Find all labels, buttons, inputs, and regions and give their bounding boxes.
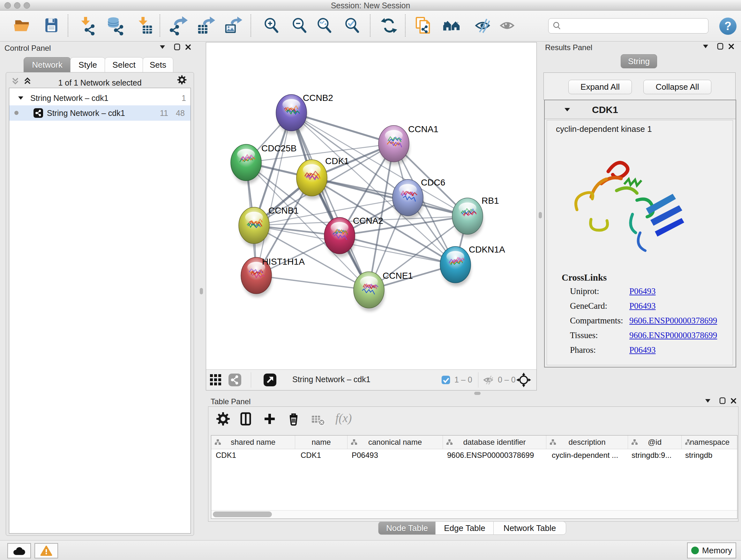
column-header-namespace[interactable]: namespace [681, 435, 738, 449]
bottom-splitter-handle[interactable] [474, 392, 481, 395]
network-node-CDKN1A[interactable]: CDKN1A [440, 245, 505, 286]
results-panel-maximize-button[interactable] [716, 42, 725, 51]
tree-icon [446, 439, 453, 445]
memory-button[interactable]: Memory [687, 543, 736, 558]
cloud-status-button[interactable] [7, 543, 31, 558]
help-button[interactable]: ? [719, 17, 737, 35]
tab-network[interactable]: Network [23, 57, 71, 73]
control-panel-maximize-button[interactable] [172, 43, 182, 51]
delete-table-button[interactable] [311, 414, 325, 428]
status-bar: Memory [0, 540, 741, 560]
results-panel-float-button[interactable] [701, 42, 711, 51]
protein-header[interactable]: CDK1 [545, 100, 736, 119]
network-node-CDC25B[interactable]: CDC25B [231, 143, 296, 184]
network-node-HIST1H1A[interactable]: HIST1H1A [241, 257, 305, 297]
import-table-from-file-button[interactable] [134, 15, 155, 36]
network-node-CCNE1[interactable]: CCNE1 [354, 271, 413, 311]
save-session-button[interactable] [41, 15, 62, 36]
zoom-out-button[interactable] [289, 15, 310, 36]
expand-all-button[interactable]: Expand All [568, 80, 632, 94]
table-panel-float-button[interactable] [703, 396, 713, 405]
tab-edge-table[interactable]: Edge Table [435, 521, 494, 535]
collapse-all-button[interactable]: Collapse All [643, 80, 711, 94]
network-node-CCNB2[interactable]: CCNB2 [276, 93, 333, 134]
column-header-id[interactable]: @id [628, 435, 681, 449]
zoom-in-button[interactable] [261, 15, 282, 36]
column-header-description[interactable]: description [546, 435, 628, 449]
network-node-CDK1[interactable]: CDK1 [296, 156, 349, 199]
add-column-button[interactable] [263, 412, 277, 427]
function-builder-button[interactable]: f(x) [335, 411, 352, 425]
cell-canonical-name[interactable]: P06493 [347, 449, 443, 462]
cell-shared-name[interactable]: CDK1 [211, 449, 295, 462]
cloud-icon [12, 546, 26, 556]
tab-sets[interactable]: Sets [143, 57, 173, 73]
tab-network-table[interactable]: Network Table [493, 521, 566, 535]
hide-items-button[interactable] [473, 15, 494, 36]
fit-content-button[interactable] [314, 15, 335, 36]
table-panel-maximize-button[interactable] [718, 396, 727, 405]
crosslink-tissues-link[interactable]: 9606.ENSP00000378699 [629, 330, 717, 340]
network-row-selected[interactable]: String Network – cdk1 11 48 [9, 105, 191, 121]
warnings-button[interactable] [35, 543, 58, 558]
crosslink-label: Tissues: [570, 330, 598, 340]
crosslink-genecard-link[interactable]: P06493 [629, 301, 656, 311]
table-header-row: shared name name canonical name database… [211, 435, 737, 449]
network-edge[interactable] [256, 275, 369, 290]
table-options-button[interactable] [216, 412, 230, 427]
cell-name[interactable]: CDK1 [295, 449, 347, 462]
show-items-button[interactable] [497, 15, 518, 36]
tab-select[interactable]: Select [105, 57, 143, 73]
network-canvas[interactable]: CCNB2CCNA1CDC25BCDK1CDC6RB1CCNB1CCNA2CDK… [206, 43, 536, 370]
control-panel-close-button[interactable] [183, 43, 193, 51]
hidden-items-indicator[interactable] [482, 374, 495, 387]
export-network-button[interactable] [169, 15, 190, 36]
left-splitter-handle[interactable] [200, 288, 203, 294]
export-table-button[interactable] [196, 15, 217, 36]
open-session-button[interactable] [11, 15, 32, 36]
network-options-button[interactable] [177, 76, 187, 84]
tab-node-table[interactable]: Node Table [378, 521, 436, 535]
tree-icon [685, 439, 691, 445]
houses-button[interactable] [441, 15, 462, 36]
crosslink-compartments-link[interactable]: 9606.ENSP00000378699 [629, 316, 717, 326]
control-panel-float-button[interactable] [158, 43, 167, 51]
cell-namespace[interactable]: stringdb [681, 449, 738, 462]
selected-items-checkbox[interactable] [441, 375, 451, 386]
open-in-new-window-button[interactable] [263, 373, 277, 388]
cell-description[interactable]: cyclin-dependent ... [546, 449, 628, 462]
birdseye-view-button[interactable] [209, 373, 223, 388]
network-node-CCNA2[interactable]: CCNA2 [324, 216, 383, 257]
tab-string[interactable]: String [621, 54, 657, 68]
copy-network-button[interactable] [412, 15, 433, 36]
column-header-database-identifier[interactable]: database identifier [443, 435, 546, 449]
cell-id[interactable]: stringdb:9... [628, 449, 681, 462]
cell-database-identifier[interactable]: 9606.ENSP00000378699 [443, 449, 546, 462]
import-network-from-file-button[interactable] [77, 15, 98, 36]
crosslink-uniprot-link[interactable]: P06493 [629, 287, 656, 296]
refresh-view-button[interactable] [379, 15, 400, 36]
column-header-canonical-name[interactable]: canonical name [347, 435, 443, 449]
scrollbar-thumb[interactable] [213, 511, 272, 517]
network-list: String Network – cdk1 1 String Network –… [9, 88, 191, 534]
network-node-RB1[interactable]: RB1 [452, 196, 499, 238]
delete-column-button[interactable] [286, 412, 300, 427]
zoom-selected-button[interactable] [342, 15, 363, 36]
import-network-from-database-button[interactable] [105, 15, 126, 36]
table-panel-close-button[interactable] [729, 396, 738, 405]
search-input[interactable] [565, 20, 704, 31]
show-columns-button[interactable] [239, 412, 253, 427]
main-toolbar: ? [0, 10, 741, 42]
right-splitter-handle[interactable] [539, 212, 542, 219]
birdseye-toggle-button[interactable] [516, 373, 531, 388]
string-view-button[interactable] [228, 373, 242, 388]
column-header-shared-name[interactable]: shared name [211, 435, 295, 449]
crosslink-pharos-link[interactable]: P06493 [629, 345, 656, 355]
horizontal-scrollbar[interactable] [211, 510, 737, 518]
tab-style[interactable]: Style [70, 57, 105, 73]
export-image-button[interactable] [223, 15, 244, 36]
network-collection-row[interactable]: String Network – cdk1 1 [9, 91, 191, 105]
network-node-CCNB1[interactable]: CCNB1 [239, 206, 299, 247]
results-panel-close-button[interactable] [726, 42, 736, 51]
column-header-name[interactable]: name [295, 435, 347, 449]
